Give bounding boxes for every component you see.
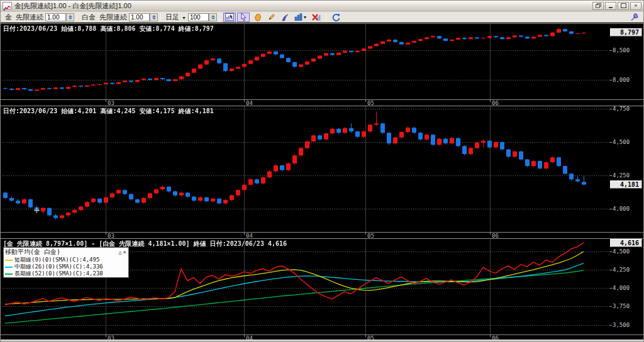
y-axis-tick	[609, 325, 612, 326]
y-axis-tick	[609, 288, 612, 289]
chart-window: 金[先限連続]1.00 - 白金[先限連続]1.00 × 金 先限連続 白金 先…	[0, 0, 644, 342]
x-axis-tick	[490, 100, 491, 102]
spread-plot: [金 先限連続 8,797×1.00] - [白金 先限連続 4,181×1.0…	[2, 239, 609, 334]
symbol1-multiplier-input[interactable]	[45, 13, 66, 21]
spin-up-icon	[211, 15, 215, 17]
y-axis-tick	[609, 175, 612, 176]
spread-value-axis[interactable]: 4,5004,2504,0003,7503,5004,616	[609, 239, 643, 334]
current-price-box: 4,181	[610, 180, 642, 189]
chart-type-button[interactable]: ▼	[292, 13, 309, 22]
x-axis-tick	[365, 233, 366, 234]
chevron-down-icon: ▼	[182, 16, 186, 20]
legend-collapse-button[interactable]: △	[118, 249, 122, 255]
toolbar-separator	[219, 13, 220, 21]
y-axis-label: 3,750	[613, 303, 630, 309]
toolbar-separator	[160, 13, 161, 21]
y-axis-label: 4,500	[613, 248, 630, 255]
platinum-ohlc-header: 日付:2023/06/23 始値:4,201 高値:4,245 安値:4,175…	[3, 107, 214, 116]
y-axis-tick	[609, 251, 612, 252]
x-axis-tick	[106, 100, 106, 102]
gold-ohlc-header: 日付:2023/06/23 始値:8,788 高値:8,806 安値:8,774…	[3, 25, 214, 33]
window-titlebar: 金[先限連続]1.00 - 白金[先限連続]1.00 ×	[1, 1, 643, 11]
legend-row: 長期線(52)(0)(SMA)(C):4,238	[4, 270, 128, 277]
y-axis-tick	[609, 209, 612, 209]
y-axis-label: 8,500	[613, 47, 630, 53]
toolbar-separator	[77, 13, 77, 21]
y-axis-label: 4,500	[613, 139, 630, 145]
symbol1-series-label: 先限連続	[16, 13, 43, 22]
quill-pen-icon	[281, 13, 289, 21]
legend-label: 長期線(52)(0)(SMA)(C):4,238	[14, 270, 103, 278]
spin-down-icon	[211, 18, 215, 19]
symbol2-spinner[interactable]	[150, 13, 158, 21]
spin-down-icon	[152, 18, 156, 19]
legend-title: 移動平均(金 白金)	[5, 248, 118, 256]
minimize-button[interactable]	[605, 2, 616, 10]
period-count-input[interactable]	[188, 13, 209, 21]
delete-chart-button[interactable]	[310, 13, 323, 22]
hand-icon	[253, 13, 262, 21]
symbol2-multiplier-input[interactable]	[129, 13, 150, 21]
app-icon	[3, 2, 12, 9]
window-bottom-edge	[1, 339, 643, 341]
y-axis-tick	[609, 306, 612, 307]
symbol2-series-label: 先限連続	[99, 13, 127, 22]
pencil-tool-button[interactable]	[265, 13, 277, 22]
current-price-box: 4,616	[610, 239, 642, 247]
gold-time-axis[interactable]: 03040506	[1, 99, 643, 106]
x-axis-tick	[244, 100, 245, 102]
current-price-box: 8,797	[610, 28, 642, 36]
x-axis-tick	[244, 233, 245, 234]
platinum-time-axis[interactable]: 03040506	[1, 232, 643, 238]
quill-tool-button[interactable]	[279, 13, 291, 22]
gold-chart-canvas[interactable]	[2, 24, 609, 99]
period-spinner[interactable]	[209, 13, 217, 21]
chart-area: 日付:2023/06/23 始値:8,788 高値:8,806 安値:8,774…	[1, 23, 643, 341]
delete-x-icon	[312, 13, 321, 21]
refresh-icon	[332, 13, 340, 21]
toolbar-separator	[326, 13, 326, 21]
crosshair-tool-button[interactable]	[223, 13, 236, 22]
platinum-price-axis[interactable]: 4,7504,5004,2504,0004,181	[609, 106, 643, 232]
gold-plot: 日付:2023/06/23 始値:8,788 高値:8,806 安値:8,774…	[2, 24, 609, 99]
x-axis-tick	[365, 100, 366, 102]
symbol1-label: 金	[5, 13, 12, 22]
spin-down-icon	[69, 18, 72, 19]
long-ma-swatch	[5, 273, 13, 275]
symbol1-spinner[interactable]	[66, 13, 74, 21]
window-title: 金[先限連続]1.00 - 白金[先限連続]1.00	[14, 1, 592, 11]
bar-chart-icon	[294, 13, 303, 21]
spin-up-icon	[69, 15, 72, 17]
platinum-chart-canvas[interactable]	[2, 106, 609, 232]
ma-legend: 移動平均(金 白金) △ × 短期線(9)(0)(SMA)(C):4,495 中…	[3, 247, 129, 278]
y-axis-tick	[609, 80, 612, 80]
wrench-icon	[630, 13, 638, 21]
y-axis-label: 4,250	[613, 172, 630, 179]
y-axis-tick	[609, 109, 612, 109]
close-button[interactable]: ×	[630, 2, 641, 10]
float-window-button[interactable]	[592, 2, 604, 10]
y-axis-label: 4,000	[613, 206, 630, 212]
y-axis-label: 4,750	[613, 106, 630, 112]
hand-tool-button[interactable]	[251, 13, 264, 22]
chevron-down-icon: ▼	[303, 15, 308, 19]
x-axis-tick	[365, 335, 366, 337]
x-axis-tick	[490, 335, 491, 337]
period-dropdown[interactable]: 日足 ▼	[165, 13, 186, 22]
y-axis-tick	[609, 50, 612, 51]
legend-title-row: 移動平均(金 白金) △ ×	[4, 248, 128, 256]
pointer-tool-button[interactable]	[237, 13, 250, 22]
legend-close-button[interactable]: ×	[123, 249, 127, 255]
y-axis-tick	[609, 142, 612, 143]
settings-button[interactable]	[628, 13, 640, 22]
short-ma-swatch	[5, 260, 13, 261]
y-axis-label: 8,000	[613, 77, 630, 83]
y-axis-tick	[609, 270, 612, 270]
maximize-button[interactable]	[618, 2, 629, 10]
refresh-button[interactable]	[330, 13, 342, 22]
gold-price-axis[interactable]: 8,5008,0008,797	[609, 24, 643, 99]
panel-platinum: 日付:2023/06/23 始値:4,201 高値:4,245 安値:4,175…	[1, 106, 643, 238]
x-axis-tick	[106, 335, 106, 337]
cursor-icon	[240, 13, 247, 21]
y-axis-label: 4,000	[613, 285, 630, 291]
